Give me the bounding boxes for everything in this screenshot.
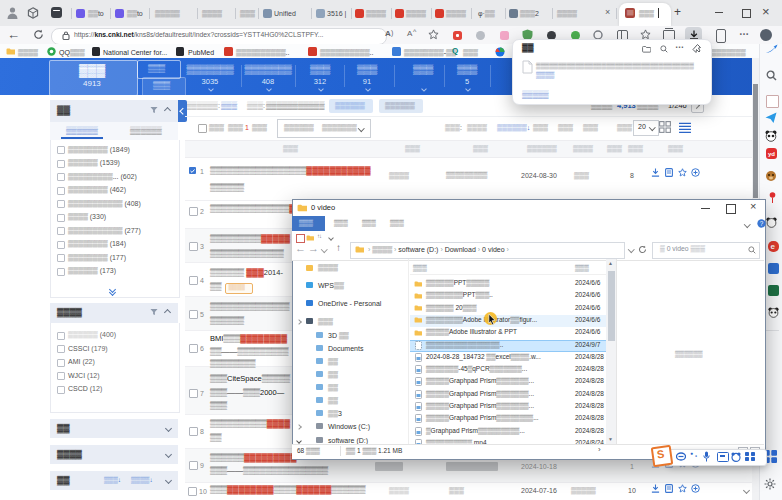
svg-text:?: ?	[760, 220, 764, 227]
